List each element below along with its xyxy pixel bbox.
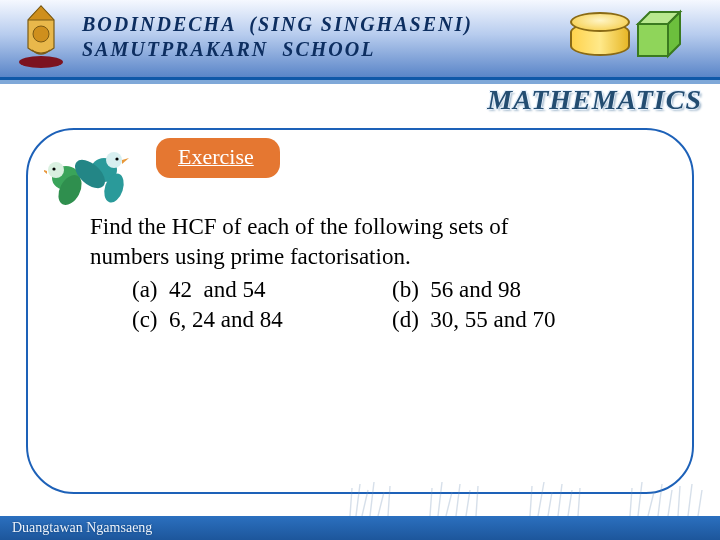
prompt-line-1: Find the HCF of each of the following se… — [90, 212, 652, 242]
option-c: (c) 6, 24 and 84 — [132, 305, 392, 335]
svg-marker-2 — [638, 24, 668, 56]
subject-title: MATHEMATICS — [487, 84, 702, 116]
option-b: (b) 56 and 98 — [392, 275, 521, 305]
content-card: Exercise Find the HCF of each of the fol… — [26, 128, 694, 494]
svg-point-1 — [33, 26, 49, 42]
option-a: (a) 42 and 54 — [132, 275, 392, 305]
grass-decor-icon — [0, 480, 720, 516]
svg-point-0 — [19, 56, 63, 68]
school-name: BODINDECHA (SING SINGHASENI) SAMUTPRAKAR… — [82, 12, 473, 62]
author-name: Duangtawan Ngamsaeng — [12, 520, 152, 536]
exercise-badge: Exercise — [156, 138, 280, 178]
school-name-line2: SAMUTPRAKARN SCHOOL — [82, 38, 375, 60]
option-grid: (a) 42 and 54 (b) 56 and 98 (c) 6, 24 an… — [90, 275, 652, 336]
prompt-line-2: numbers using prime factorisation. — [90, 242, 652, 272]
school-name-line1: BODINDECHA (SING SINGHASENI) — [82, 13, 473, 35]
slide-header: BODINDECHA (SING SINGHASENI) SAMUTPRAKAR… — [0, 0, 720, 80]
svg-point-11 — [115, 157, 118, 160]
slide-footer: Duangtawan Ngamsaeng — [0, 500, 720, 540]
svg-point-10 — [106, 152, 122, 168]
cylinder-icon — [570, 12, 630, 56]
bird-mascot-icon — [44, 144, 134, 214]
cube-icon — [630, 8, 690, 66]
exercise-content: Find the HCF of each of the following se… — [90, 212, 652, 335]
svg-point-7 — [52, 167, 55, 170]
option-d: (d) 30, 55 and 70 — [392, 305, 556, 335]
header-decor-shapes — [552, 6, 702, 61]
subject-banner: MATHEMATICS — [0, 80, 720, 124]
school-crest-icon — [14, 4, 68, 70]
footer-band: Duangtawan Ngamsaeng — [0, 516, 720, 540]
svg-point-6 — [48, 162, 64, 178]
